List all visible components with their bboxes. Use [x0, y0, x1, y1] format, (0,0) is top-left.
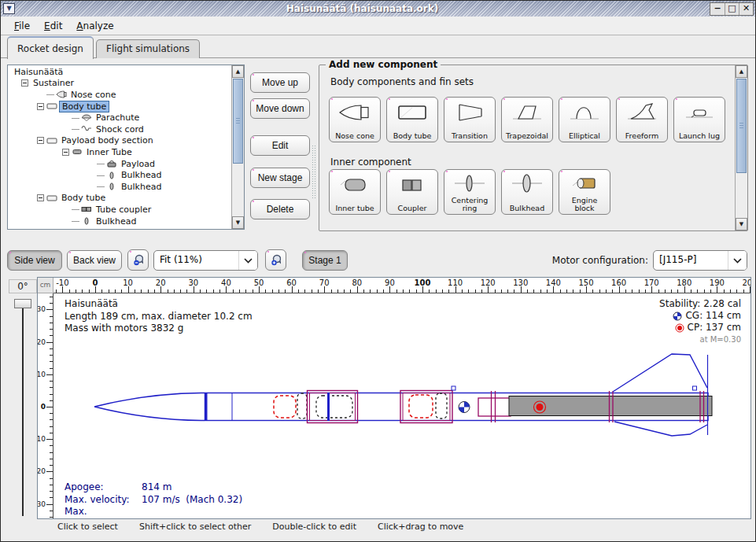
ruler-tick	[527, 289, 528, 293]
component-tree[interactable]: Haisunäätä Sustainer Nose cone Body tube…	[7, 65, 245, 230]
maximize-button[interactable]: □	[725, 3, 739, 15]
menu-edit[interactable]: Edit	[37, 18, 69, 34]
tree-scrollbar-thumb[interactable]	[233, 79, 243, 164]
ruler-tick	[213, 289, 214, 293]
tree-item-label: Payload body section	[59, 135, 156, 146]
tree-item[interactable]: Body tube	[9, 101, 230, 112]
ruler-tick	[101, 289, 102, 293]
zoom-in-button[interactable]	[265, 249, 286, 271]
add-nose-cone-button[interactable]: Nose cone	[329, 97, 381, 142]
tree-item-label: Sustainer	[31, 78, 76, 88]
move-up-button[interactable]: Move up	[250, 72, 310, 93]
tree-item[interactable]: Payload body section	[9, 135, 230, 147]
stage-1-toggle[interactable]: Stage 1	[302, 250, 348, 271]
ruler-label: 120	[481, 278, 496, 287]
chevron-down-icon[interactable]	[238, 251, 257, 270]
inner-component-label: Inner component	[330, 157, 411, 168]
side-view-button[interactable]: Side view	[7, 250, 62, 271]
tree-item[interactable]: Payload	[9, 158, 230, 170]
ruler-label: 140	[546, 278, 561, 287]
tree-item[interactable]: Bulkhead	[9, 169, 230, 181]
add-centering-ring-button[interactable]: Centering ring	[444, 169, 496, 215]
tree-item[interactable]: Parachute	[9, 112, 230, 124]
ruler-tick	[475, 289, 476, 293]
ruler-tick	[135, 289, 135, 293]
add-transition-button[interactable]: Transition	[444, 97, 496, 142]
collapse-icon[interactable]	[37, 103, 44, 110]
cp-value: CP: 137 cm	[688, 322, 741, 334]
tree-item-label: Bulkhead	[94, 216, 138, 227]
add-trapezoidal-fin-button[interactable]: Trapezoidal	[501, 97, 553, 142]
scroll-up-icon[interactable]: ▲	[736, 65, 747, 78]
add-inner-tube-button[interactable]: Inner tube	[329, 169, 381, 215]
add-freeform-fin-button[interactable]: Freeform	[616, 97, 668, 142]
splitter-grip[interactable]	[312, 145, 317, 200]
tree-item[interactable]: Body tube	[9, 193, 230, 205]
tree-item[interactable]: Bulkhead	[9, 216, 230, 227]
ruler-tick	[540, 289, 541, 293]
ruler-tick	[46, 471, 53, 472]
add-bulkhead-button[interactable]: Bulkhead	[501, 169, 553, 215]
ruler-tick	[206, 289, 207, 293]
selection-handle	[693, 386, 697, 390]
component-scrollbar-thumb[interactable]	[736, 79, 747, 173]
component-panel-scrollbar[interactable]: ▲ ▼	[735, 65, 747, 230]
add-elliptical-fin-button[interactable]: Elliptical	[559, 97, 610, 142]
collapse-icon[interactable]	[21, 79, 28, 87]
new-stage-button[interactable]: New stage	[250, 168, 310, 188]
minimize-button[interactable]: −	[710, 3, 725, 15]
menu-file[interactable]: File	[7, 18, 37, 34]
add-coupler-button[interactable]: Coupler	[386, 169, 438, 215]
tree-item[interactable]: Shock cord	[9, 124, 230, 135]
tree-item[interactable]: Bulkhead	[9, 181, 230, 193]
close-button[interactable]: ✕	[739, 3, 753, 15]
rotation-slider-handle[interactable]	[14, 299, 31, 308]
tab-flight-simulations[interactable]: Flight simulations	[96, 39, 200, 58]
title-bar[interactable]: ▼ Haisunäätä (haisunaata.ork) − □ ✕	[1, 1, 755, 17]
ruler-tick	[619, 286, 620, 293]
collapse-icon[interactable]	[37, 194, 44, 201]
ruler-tick	[357, 286, 358, 293]
scroll-down-icon[interactable]: ▼	[736, 218, 747, 230]
tree-scrollbar[interactable]: ▲ ▼	[231, 65, 244, 229]
chevron-down-icon[interactable]	[728, 251, 747, 270]
ruler-tick	[272, 289, 273, 293]
tree-item-label: Bulkhead	[119, 170, 164, 180]
ruler-tick	[50, 316, 53, 317]
motor-configuration-select[interactable]: [J115-P]	[653, 250, 747, 271]
ruler-tick	[566, 289, 567, 293]
add-new-component-group: Add new component Body components and fi…	[319, 65, 748, 231]
collapse-icon[interactable]	[37, 137, 44, 144]
add-launch-lug-button[interactable]: Launch lug	[673, 97, 725, 142]
zoom-level-select[interactable]: Fit (11%)	[153, 250, 258, 271]
tab-rocket-design[interactable]: Rocket design	[7, 36, 94, 59]
collapse-icon[interactable]	[62, 149, 69, 156]
bulkhead-icon	[502, 173, 552, 197]
back-view-button[interactable]: Back view	[67, 250, 122, 271]
ruler-tick	[278, 289, 279, 293]
window-menu-icon[interactable]: ▼	[3, 3, 15, 14]
component-button-label: Nose cone	[335, 132, 374, 140]
menu-analyze[interactable]: Analyze	[69, 18, 120, 34]
rotation-slider-track[interactable]	[22, 308, 24, 516]
tree-item[interactable]: Tube coupler	[9, 204, 230, 216]
ruler-tick	[160, 286, 161, 293]
engine-block-icon	[559, 173, 610, 197]
delete-button[interactable]: Delete	[250, 199, 310, 219]
tree-item[interactable]: Nose cone	[9, 89, 230, 101]
move-down-button[interactable]: Move down	[250, 98, 310, 119]
tree-item[interactable]: Haisunäätä	[9, 66, 230, 78]
edit-button[interactable]: Edit	[250, 135, 310, 156]
ruler-label: 0	[41, 403, 46, 411]
scroll-down-icon[interactable]: ▼	[232, 216, 244, 229]
zoom-out-button[interactable]	[127, 249, 149, 271]
ruler-tick	[285, 289, 286, 293]
rocket-canvas[interactable]: Haisunäätä Length 189 cm, max. diameter …	[53, 293, 750, 518]
bulkhead-icon	[81, 217, 94, 225]
add-body-tube-button[interactable]: Body tube	[386, 97, 438, 142]
scroll-up-icon[interactable]: ▲	[232, 65, 244, 78]
tree-item[interactable]: Inner Tube	[9, 146, 230, 158]
tab-strip: Rocket design Flight simulations	[7, 35, 200, 58]
tree-item[interactable]: Sustainer	[9, 78, 230, 90]
add-engine-block-button[interactable]: Engine block	[559, 169, 610, 215]
